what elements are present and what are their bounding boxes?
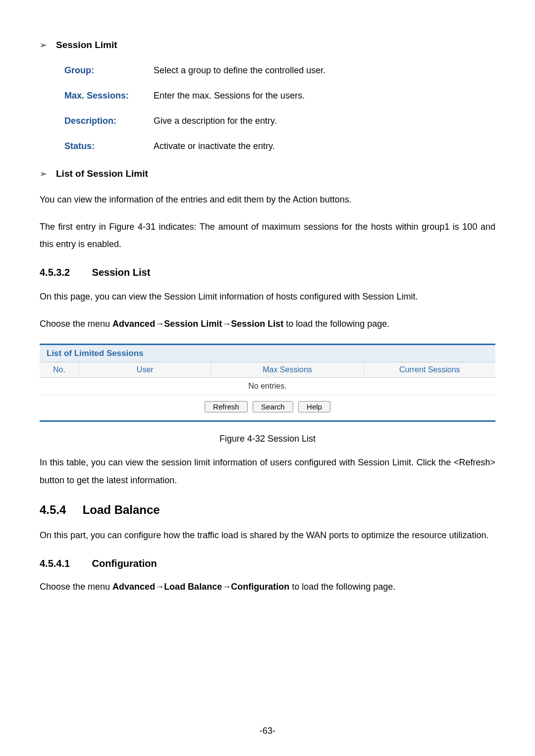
figure-caption: Figure 4-32 Session List: [40, 434, 495, 444]
heading-number: 4.5.4.1: [40, 558, 89, 569]
heading-number: 4.5.3.2: [40, 267, 89, 278]
menu-path: Choose the menu Advanced→Session Limit→S…: [40, 315, 495, 333]
heading-4-session-list: 4.5.3.2 Session List: [40, 267, 495, 278]
heading-text: Configuration: [92, 558, 157, 569]
def-label: Max. Sessions:: [64, 91, 154, 101]
heading-3-load-balance: 4.5.4 Load Balance: [40, 503, 495, 517]
col-max-sessions: Max Sessions: [211, 362, 364, 377]
def-value: Activate or inactivate the entry.: [154, 141, 275, 151]
sessions-table: List of Limited Sessions No. User Max Se…: [40, 344, 495, 422]
def-row-max-sessions: Max. Sessions: Enter the max. Sessions f…: [64, 91, 495, 101]
menu-item: Load Balance: [164, 582, 222, 592]
menu-item: Session Limit: [164, 319, 222, 329]
menu-item: Configuration: [231, 582, 289, 592]
def-row-group: Group: Select a group to define the cont…: [64, 65, 495, 76]
table-button-row: Refresh Search Help: [40, 395, 495, 420]
paragraph: On this page, you can view the Session L…: [40, 288, 495, 305]
bullet-session-limit: ➢ Session Limit: [40, 40, 495, 50]
def-row-status: Status: Activate or inactivate the entry…: [64, 141, 495, 151]
menu-suffix: to load the following page.: [289, 582, 395, 592]
arrow-icon: →: [155, 319, 164, 329]
col-current-sessions: Current Sessions: [364, 362, 495, 377]
def-row-description: Description: Give a description for the …: [64, 116, 495, 126]
heading-text: Load Balance: [83, 503, 160, 516]
help-button[interactable]: Help: [298, 401, 330, 412]
paragraph: You can view the information of the entr…: [40, 191, 495, 208]
heading-4-configuration: 4.5.4.1 Configuration: [40, 558, 495, 569]
paragraph: The first entry in Figure 4-31 indicates…: [40, 218, 495, 253]
arrow-icon: →: [155, 582, 164, 592]
heading-text: Session List: [92, 267, 151, 278]
col-user: User: [79, 362, 211, 377]
triangle-bullet-icon: ➢: [40, 40, 47, 50]
def-value: Give a description for the entry.: [154, 116, 277, 126]
heading-number: 4.5.4: [40, 503, 79, 517]
menu-item: Session List: [231, 319, 283, 329]
menu-path: Choose the menu Advanced→Load Balance→Co…: [40, 578, 495, 596]
paragraph: In this table, you can view the session …: [40, 454, 495, 489]
menu-prefix: Choose the menu: [40, 319, 112, 329]
menu-item: Advanced: [112, 582, 155, 592]
table-title: List of Limited Sessions: [40, 345, 495, 362]
definition-list: Group: Select a group to define the cont…: [64, 65, 495, 151]
menu-prefix: Choose the menu: [40, 582, 112, 592]
triangle-bullet-icon: ➢: [40, 168, 47, 179]
def-value: Enter the max. Sessions for the users.: [154, 91, 305, 101]
def-label: Description:: [64, 116, 154, 126]
search-button[interactable]: Search: [253, 401, 293, 412]
def-label: Status:: [64, 141, 154, 151]
arrow-icon: →: [222, 319, 231, 329]
page-number: -63-: [0, 726, 535, 736]
table-empty-text: No entries.: [40, 378, 495, 395]
paragraph: On this part, you can configure how the …: [40, 527, 495, 544]
menu-suffix: to load the following page.: [283, 319, 389, 329]
section-title: List of Session Limit: [56, 168, 148, 179]
bullet-list-session-limit: ➢ List of Session Limit: [40, 168, 495, 179]
table-header-row: No. User Max Sessions Current Sessions: [40, 362, 495, 378]
def-label: Group:: [64, 65, 154, 76]
arrow-icon: →: [222, 582, 231, 592]
menu-item: Advanced: [112, 319, 155, 329]
def-value: Select a group to define the controlled …: [154, 65, 325, 76]
refresh-button[interactable]: Refresh: [205, 401, 248, 412]
section-title: Session Limit: [56, 40, 117, 50]
col-no: No.: [40, 362, 79, 377]
